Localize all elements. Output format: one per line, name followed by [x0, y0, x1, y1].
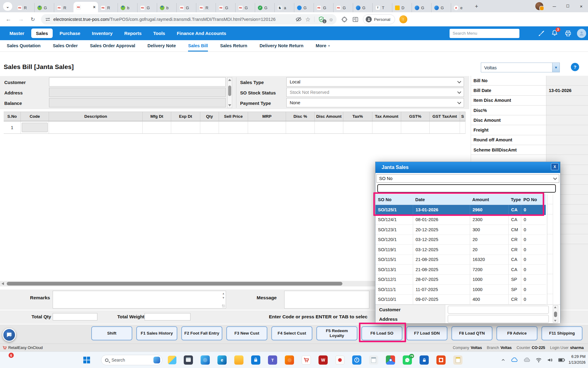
scroll-down-icon[interactable]: ▼ [222, 296, 225, 299]
tab-search-button[interactable]: ⌄ [3, 2, 12, 11]
summary-value[interactable] [546, 96, 588, 105]
summary-value[interactable] [546, 135, 588, 145]
browser-profile-avatar[interactable] [535, 2, 543, 10]
profile-button[interactable]: Personal [363, 14, 395, 24]
browser-tab[interactable]: b [118, 3, 137, 12]
taskbar-icon-store[interactable] [251, 355, 260, 365]
nav-item-master[interactable]: Master [5, 29, 29, 38]
so-table-row[interactable]: SO/110/109-07-2025400CR0 [375, 295, 546, 305]
url-text[interactable]: electronicstest.true-pos.com/TruePOS/com… [53, 17, 293, 22]
scroll-thumb[interactable] [7, 282, 342, 286]
extensions-icon[interactable] [341, 16, 348, 23]
scroll-left-icon[interactable] [2, 282, 4, 285]
browser-tab[interactable]: G [34, 3, 54, 12]
taskbar-icon-lock-app[interactable] [420, 355, 429, 365]
taskbar-icon-teams[interactable]: T [268, 355, 277, 365]
nav-item-purchase[interactable]: Purchase [55, 29, 85, 38]
fkey-shift[interactable]: Shift [91, 326, 132, 340]
nav-item-tools[interactable]: Tools [149, 29, 170, 38]
taskbar-clock[interactable]: 6:29 PM 1/13/2026 [564, 354, 586, 366]
reading-list-icon[interactable] [352, 16, 359, 23]
window-close-button[interactable]: × [575, 0, 588, 12]
subnav-item-sales-quotation[interactable]: Sales Quotation [7, 40, 40, 52]
chat-fab-button[interactable] [2, 328, 16, 342]
browser-tab[interactable]: REG [333, 3, 353, 12]
browser-tab[interactable]: D [392, 3, 412, 12]
reload-button[interactable]: ↻ [31, 16, 35, 23]
horizontal-scrollbar[interactable] [0, 281, 377, 286]
summary-value[interactable] [546, 145, 588, 155]
taskbar-icon-files-dark[interactable] [184, 355, 193, 365]
nav-item-reports[interactable]: Reports [120, 29, 146, 38]
fkey-f11-shipping[interactable]: F11 Shipping [541, 326, 582, 340]
so-table-row[interactable]: SO/113/121-08-20257200CA0 [375, 265, 546, 275]
browser-tab[interactable]: ee [451, 3, 470, 12]
url-bar[interactable]: electronicstest.true-pos.com/TruePOS/com… [41, 14, 337, 25]
so-table-scrollbar[interactable] [547, 194, 553, 305]
taskbar-icon-chrome[interactable] [386, 355, 395, 365]
fkey-f1-sales-history[interactable]: F1 Sales History [136, 326, 177, 340]
dialog-title-bar[interactable]: Janta Sales [375, 162, 560, 173]
browser-tab[interactable]: G [353, 3, 372, 12]
taskbar-icon-edge[interactable]: e [217, 355, 227, 365]
footer-scrollbar[interactable] [553, 305, 558, 323]
taskbar-icon-white-red-app[interactable] [335, 355, 345, 365]
subnav-item-delivery-note-return[interactable]: Delivery Note Return [259, 40, 303, 52]
scroll-down-icon[interactable] [554, 320, 556, 322]
onedrive-cloud-icon[interactable] [511, 357, 518, 363]
scroll-thumb[interactable] [554, 312, 557, 317]
so-table-row[interactable]: SO/119/103-12-202520CR0 [375, 245, 546, 255]
fkey-f3-new-cust[interactable]: F3 New Cust [226, 326, 267, 340]
resize-handle-icon[interactable] [222, 305, 225, 308]
so-table-row[interactable]: SO/111/111-07-20251000SP0 [375, 285, 546, 295]
browser-tab[interactable]: RER [98, 3, 118, 12]
weather-widget-icon[interactable] [168, 356, 176, 364]
browser-tab[interactable]: ✓G [255, 3, 274, 12]
notifications-bell[interactable]: 3 [551, 29, 558, 37]
so-table-row[interactable]: SO/120/103-12-202520CR0 [375, 235, 546, 245]
browser-tab[interactable]: REG [314, 3, 333, 12]
taskbar-icon-notes-list[interactable] [369, 355, 378, 365]
site-settings-icon[interactable] [45, 17, 50, 22]
brightness-icon[interactable]: ☼ [329, 16, 334, 23]
so-table-row[interactable]: SO/123/120-12-2025300CM0 [375, 225, 546, 235]
new-tab-button[interactable]: + [472, 2, 481, 11]
eye-off-icon[interactable] [296, 16, 302, 22]
browser-tab[interactable]: b [157, 3, 176, 12]
browser-tab[interactable]: RER [196, 3, 216, 12]
fkey-f7-load-sdn[interactable]: F7 Load SDN [406, 326, 447, 340]
subnav-item-more[interactable]: More▾ [316, 40, 330, 52]
remarks-textarea[interactable]: ▲▼ [53, 291, 226, 309]
browser-tab[interactable]: REG [137, 3, 157, 12]
dialog-close-button[interactable]: X [551, 163, 559, 170]
browser-tab[interactable]: REG [235, 3, 255, 12]
scroll-up-icon[interactable] [228, 79, 231, 81]
total-weight-input[interactable] [145, 313, 190, 320]
total-qty-input[interactable] [53, 313, 97, 320]
browser-tab[interactable]: RER [15, 3, 34, 12]
sales-type-select[interactable]: Local [286, 77, 464, 86]
scroll-thumb[interactable] [228, 86, 231, 96]
menu-search-input[interactable] [450, 29, 519, 38]
summary-value[interactable] [546, 76, 588, 86]
branch-select-arrow-icon[interactable]: ▼ [552, 63, 560, 72]
browser-tab[interactable]: REG [216, 3, 235, 12]
summary-value[interactable] [546, 115, 588, 125]
subnav-item-sales-return[interactable]: Sales Return [220, 40, 247, 52]
fkey-f5-redeem-loyalty[interactable]: F5 Redeem Loyalty [316, 326, 357, 340]
summary-value[interactable] [546, 105, 588, 115]
customer-input[interactable] [49, 77, 226, 86]
so-search-input[interactable] [377, 184, 556, 193]
so-table-row[interactable]: SO/112/128-07-20251000SP0 [375, 275, 546, 285]
so-table-row[interactable]: SO/124/108-01-20262300CA0 [375, 215, 546, 225]
fkey-f9-advice[interactable]: F9 Advice [496, 326, 537, 340]
taskbar-icon-notepad[interactable] [453, 355, 462, 365]
scroll-up-icon[interactable]: ▲ [222, 292, 225, 295]
nav-item-sales[interactable]: Sales [31, 29, 52, 38]
back-button[interactable]: ← [6, 16, 11, 23]
popup-customer-input[interactable] [448, 306, 549, 314]
print-icon[interactable] [565, 30, 571, 37]
wifi-icon[interactable] [536, 358, 542, 362]
taskbar-icon-red-square-app[interactable] [436, 355, 446, 365]
message-textarea[interactable] [284, 291, 369, 309]
